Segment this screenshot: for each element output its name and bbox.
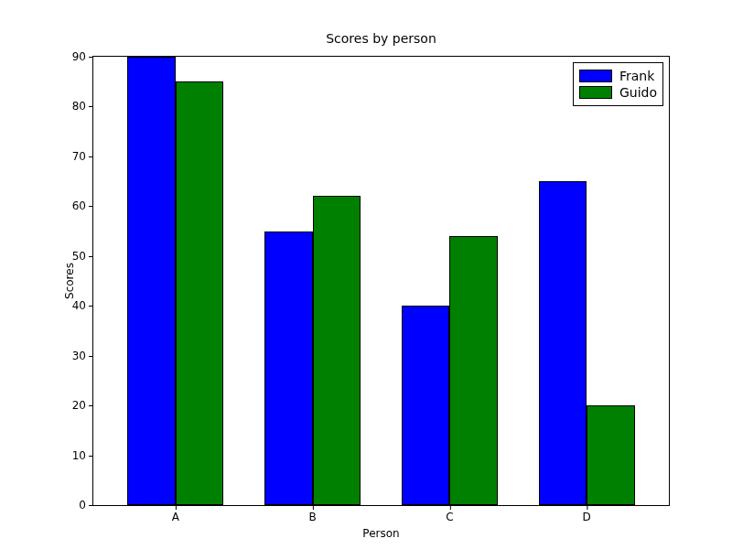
bar-guido-D	[587, 405, 634, 505]
y-tick-label: 50	[72, 250, 93, 263]
x-tick-label: B	[308, 505, 316, 523]
y-tick-label: 60	[72, 199, 93, 212]
y-tick-label: 40	[72, 299, 93, 312]
legend-label: Guido	[619, 85, 657, 100]
y-tick-label: 20	[72, 399, 93, 412]
y-axis-label: Scores	[63, 263, 76, 299]
legend-swatch	[579, 70, 612, 82]
bar-frank-D	[539, 181, 587, 505]
y-tick-label: 10	[72, 449, 93, 462]
x-tick-label: C	[446, 505, 453, 523]
y-tick-label: 30	[72, 350, 93, 362]
chart-title: Scores by person	[326, 31, 436, 46]
x-tick-label: D	[583, 505, 591, 523]
bar-frank-A	[127, 57, 175, 505]
y-tick-label: 80	[72, 100, 93, 113]
y-tick-label: 0	[79, 499, 93, 512]
bar-frank-C	[402, 306, 449, 505]
bar-guido-B	[313, 196, 361, 505]
x-axis-label: Person	[362, 527, 399, 540]
bar-guido-A	[176, 81, 223, 505]
y-tick-label: 90	[72, 50, 93, 63]
chart-figure: Scores by person Person Scores 010203040…	[0, 0, 743, 560]
legend: FrankGuido	[573, 62, 663, 106]
x-tick-label: A	[172, 505, 179, 523]
chart-axes: Scores by person Person Scores 010203040…	[92, 56, 670, 506]
bar-frank-B	[264, 232, 312, 505]
legend-entry-frank: Frank	[579, 69, 657, 83]
legend-swatch	[579, 86, 612, 99]
bar-guido-C	[449, 236, 497, 505]
y-tick-label: 70	[72, 150, 93, 163]
legend-entry-guido: Guido	[579, 85, 657, 100]
legend-label: Frank	[619, 69, 654, 83]
